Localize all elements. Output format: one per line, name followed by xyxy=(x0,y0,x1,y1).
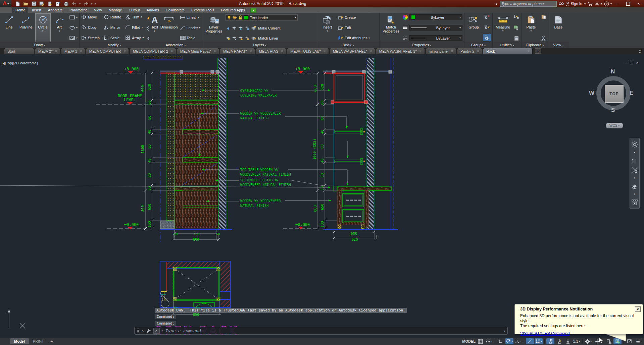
search-icon[interactable] xyxy=(559,2,564,6)
ungroup-icon[interactable] xyxy=(483,14,491,19)
undo-button[interactable] xyxy=(71,1,77,6)
redo-dropdown-icon[interactable]: ▾ xyxy=(91,2,92,5)
zoom-dropdown-icon[interactable]: ▾ xyxy=(634,177,635,179)
model-tab[interactable]: Model xyxy=(10,338,29,344)
file-tab[interactable]: MEJA Meja Rapat*× xyxy=(177,48,219,54)
object-snap-tracking-toggle[interactable] xyxy=(526,338,534,344)
file-tab[interactable]: MEJA COMPUTER-2× xyxy=(130,48,176,54)
tab-close-icon[interactable]: × xyxy=(55,49,57,53)
redo-button[interactable] xyxy=(83,1,89,6)
file-tab[interactable]: Pantry-2× xyxy=(457,48,482,54)
stretch-button[interactable]: Stretch xyxy=(81,35,100,40)
table-icon[interactable] xyxy=(180,36,186,40)
viewcube-south[interactable]: S xyxy=(611,107,615,114)
panel-label-properties[interactable]: Properties ▾ xyxy=(380,42,464,48)
insert-button[interactable]: Insert▾ xyxy=(319,14,336,42)
tab-close-icon[interactable]: × xyxy=(171,49,173,53)
isometric-drafting-toggle[interactable]: ▾ xyxy=(514,338,522,344)
color-wheel-icon[interactable] xyxy=(403,15,408,20)
layer-unlock-icon[interactable] xyxy=(226,36,230,40)
command-close-icon[interactable]: × xyxy=(141,328,144,333)
orbit-icon[interactable] xyxy=(631,183,638,189)
rectangle-tool-icon[interactable] xyxy=(69,15,75,20)
tab-close-icon[interactable]: × xyxy=(250,49,252,53)
tab-output[interactable]: Output xyxy=(126,7,143,13)
match-layer-label[interactable]: Match Layer xyxy=(258,36,279,40)
measure-button[interactable]: Measure▾ xyxy=(494,14,511,42)
wheel-dropdown-icon[interactable]: ▾ xyxy=(634,151,635,154)
autodesk-account-icon[interactable]: ▾ xyxy=(595,2,602,6)
tab-close-icon[interactable]: × xyxy=(451,49,453,53)
trim-button[interactable]: Trim▾ xyxy=(125,14,144,19)
tab-close-icon[interactable]: × xyxy=(419,49,422,53)
leader-icon[interactable] xyxy=(180,26,186,30)
create-block-icon[interactable] xyxy=(338,15,344,20)
make-current-label[interactable]: Make Current xyxy=(258,26,281,30)
grid-toggle[interactable] xyxy=(476,338,484,344)
search-box[interactable] xyxy=(500,1,557,7)
tab-collaborate[interactable]: Collaborate xyxy=(162,7,188,13)
search-collapse-icon[interactable]: ▸ xyxy=(496,2,498,6)
tab-close-icon[interactable]: × xyxy=(281,49,283,53)
panel-label-view[interactable]: View ⌄ xyxy=(548,42,569,48)
annotation-visibility-toggle[interactable] xyxy=(546,338,554,344)
hatch-tool-icon[interactable] xyxy=(69,36,75,40)
layer-color-swatch[interactable] xyxy=(244,15,248,20)
mirror-button[interactable]: Mirror xyxy=(104,25,121,30)
search-input[interactable] xyxy=(500,1,556,6)
tab-overflow-icon[interactable]: ⌄⌄ xyxy=(639,49,641,53)
arc-button[interactable]: Arc▾ xyxy=(52,14,67,42)
dimension-button[interactable]: Dimension xyxy=(160,14,178,42)
drawing-close-button[interactable]: × xyxy=(636,61,638,65)
paste-button[interactable]: Paste▾ xyxy=(523,14,539,42)
wcs-dropdown[interactable]: WCS▾ xyxy=(606,123,623,128)
layer-dropdown-caret-icon[interactable]: ▾ xyxy=(295,16,296,19)
close-button[interactable]: × xyxy=(633,0,644,7)
linetype-icon[interactable] xyxy=(403,36,408,41)
circle-button[interactable]: Circle▾ xyxy=(36,14,50,42)
customization-menu-icon[interactable]: ☰ xyxy=(634,338,642,344)
panel-label-utilities[interactable]: Utilities ▾ xyxy=(493,42,521,48)
save-as-button[interactable] xyxy=(39,1,45,6)
tab-home[interactable]: Home xyxy=(12,7,29,13)
polyline-button[interactable]: Polyline xyxy=(18,14,33,42)
qat-customize-icon[interactable]: ▾ xyxy=(95,2,96,5)
layer-unlock2-icon[interactable] xyxy=(245,36,249,40)
new-layout-button[interactable]: + xyxy=(48,338,55,344)
notification-close-button[interactable]: × xyxy=(635,306,641,312)
panel-label-block[interactable]: Block ▾ xyxy=(317,42,379,48)
rotate-button[interactable]: Rotate xyxy=(104,14,121,19)
tab-annotate[interactable]: Annotate xyxy=(45,7,66,13)
command-wrench-icon[interactable] xyxy=(146,328,151,334)
file-tab[interactable]: MEJA COMPUTER× xyxy=(86,48,129,54)
panel-label-layers[interactable]: Layers ▾ xyxy=(202,42,317,48)
new-drawing-tab-button[interactable]: + xyxy=(535,48,541,54)
command-recent-icon[interactable]: ▾ xyxy=(162,330,163,332)
tab-add-ins[interactable]: Add-ins xyxy=(143,7,162,13)
tab-insert[interactable]: Insert xyxy=(29,7,45,13)
layer-freeze-button-icon[interactable] xyxy=(238,26,243,30)
viewport-controls-label[interactable]: [-][Top][2D Wireframe] xyxy=(2,61,38,65)
undo-dropdown-icon[interactable]: ▾ xyxy=(79,2,81,5)
select-similar-icon[interactable] xyxy=(513,25,519,30)
left-section-drawing[interactable] xyxy=(143,56,232,243)
minimize-button[interactable]: – xyxy=(612,0,623,7)
viewcube-north[interactable]: N xyxy=(611,68,615,75)
layer-properties-button[interactable]: Layer Properties xyxy=(204,14,224,42)
share-button[interactable] xyxy=(55,1,61,6)
layer-walk-icon[interactable] xyxy=(232,36,237,40)
file-tab[interactable]: MEJA 2*× xyxy=(35,48,60,54)
sign-in-dropdown-icon[interactable]: ▾ xyxy=(584,2,586,5)
command-input[interactable] xyxy=(165,328,502,334)
lineweight-icon[interactable] xyxy=(403,25,408,30)
model-space-toggle[interactable]: MODEL xyxy=(462,338,476,344)
auto-scale-toggle[interactable] xyxy=(555,338,563,344)
tab-close-icon[interactable]: × xyxy=(528,49,530,53)
tab-close-icon[interactable]: × xyxy=(214,49,216,53)
edit-attributes-icon[interactable] xyxy=(338,36,344,40)
steering-wheel-icon[interactable] xyxy=(631,141,638,148)
copy-clip-icon[interactable] xyxy=(541,14,546,19)
linetype-dropdown[interactable]: ByLayer▾ xyxy=(409,35,462,41)
layer-dropdown[interactable]: Text leader ▾ xyxy=(226,14,298,21)
drawing-restore-button[interactable] xyxy=(630,61,633,64)
